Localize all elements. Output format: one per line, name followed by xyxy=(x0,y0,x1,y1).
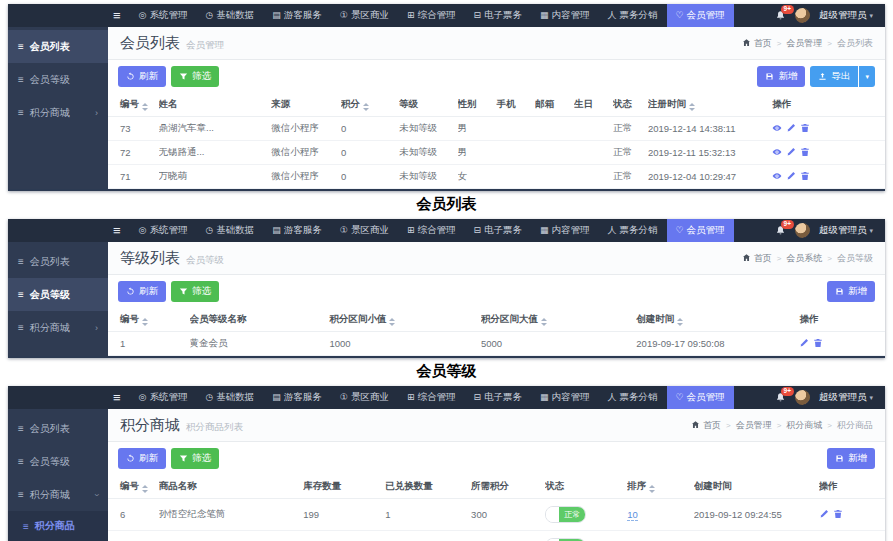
breadcrumb-item[interactable]: 会员管理 xyxy=(786,37,822,50)
export-dropdown-button[interactable]: ▾ xyxy=(859,66,875,87)
avatar[interactable] xyxy=(795,223,810,238)
sort-order-link[interactable]: 10 xyxy=(627,509,638,521)
nav-item-comprehensive[interactable]: ⊞综合管理 xyxy=(398,219,465,242)
sidebar-item-points-mall[interactable]: ≡积分商城› xyxy=(8,311,108,344)
nav-item-scenic-business[interactable]: ①景区商业 xyxy=(331,219,398,242)
nav-item-base-data[interactable]: ◷基础数据 xyxy=(196,4,263,27)
nav-item-base-data[interactable]: ◷基础数据 xyxy=(196,386,263,409)
breadcrumb: 首页>会员管理>积分商城>积分商品 xyxy=(691,419,873,432)
refresh-button[interactable]: 刷新 xyxy=(118,281,166,302)
nav-item-system[interactable]: ◎系统管理 xyxy=(130,219,197,242)
column-header[interactable]: 注册时间 xyxy=(648,93,772,117)
sidebar-item-member-level[interactable]: ≡会员等级 xyxy=(8,278,108,311)
breadcrumb-item[interactable]: 会员管理 xyxy=(736,419,772,432)
column-header[interactable]: 编号 xyxy=(108,475,159,499)
nav-item-visitor-service[interactable]: ▤游客服务 xyxy=(263,219,331,242)
sidebar-item-member-list[interactable]: ≡会员列表 xyxy=(8,412,108,445)
refresh-button[interactable]: 刷新 xyxy=(118,448,166,469)
nav-item-scenic-business[interactable]: ①景区商业 xyxy=(331,386,398,409)
sidebar-item-member-list[interactable]: ≡会员列表 xyxy=(8,245,108,278)
breadcrumb-item[interactable]: 会员系统 xyxy=(786,252,822,265)
user-menu[interactable]: 超级管理员▾ xyxy=(819,9,873,22)
delete-icon[interactable] xyxy=(800,171,810,181)
notifications-button[interactable]: 9+ xyxy=(775,10,786,21)
sidebar-item-member-level[interactable]: ≡会员等级 xyxy=(8,63,108,96)
nav-item-scenic-business[interactable]: ①景区商业 xyxy=(331,4,398,27)
breadcrumb-item[interactable]: 积分商城 xyxy=(786,419,822,432)
column-header[interactable]: 排序 xyxy=(627,475,693,499)
delete-icon[interactable] xyxy=(813,338,823,348)
nav-item-e-ticket[interactable]: ⊟电子票务 xyxy=(464,386,531,409)
edit-icon[interactable] xyxy=(786,171,796,181)
add-button[interactable]: 新增 xyxy=(757,66,805,87)
delete-icon[interactable] xyxy=(800,123,810,133)
hamburger-icon[interactable]: ≡ xyxy=(104,4,130,27)
avatar[interactable] xyxy=(795,390,810,405)
breadcrumb: 首页>会员系统>会员等级 xyxy=(742,252,873,265)
nav-item-content[interactable]: ▦内容管理 xyxy=(531,219,599,242)
nav-item-member[interactable]: ♡会员管理 xyxy=(667,386,734,409)
nav-item-member[interactable]: ♡会员管理 xyxy=(667,219,734,242)
nav-item-visitor-service[interactable]: ▤游客服务 xyxy=(263,386,331,409)
edit-icon[interactable] xyxy=(799,338,809,348)
edit-icon[interactable] xyxy=(819,509,829,519)
column-header: 操作 xyxy=(772,93,885,117)
nav-item-base-data[interactable]: ◷基础数据 xyxy=(196,219,263,242)
edit-icon[interactable] xyxy=(786,123,796,133)
sidebar-item-points-mall[interactable]: ≡积分商城› xyxy=(8,96,108,129)
button-label: 筛选 xyxy=(192,452,211,465)
add-button[interactable]: 新增 xyxy=(827,448,875,469)
column-header[interactable]: 编号 xyxy=(108,93,159,117)
nav-item-e-ticket[interactable]: ⊟电子票务 xyxy=(464,219,531,242)
nav-item-system[interactable]: ◎系统管理 xyxy=(130,4,197,27)
delete-icon[interactable] xyxy=(833,509,843,519)
nav-right: 9+ 超级管理员▾ xyxy=(775,390,885,405)
user-menu[interactable]: 超级管理员▾ xyxy=(819,224,873,237)
column-header[interactable]: 积分区间小值 xyxy=(329,308,481,332)
breadcrumb-item[interactable]: 首页 xyxy=(742,252,772,265)
nav-item-ticket-distribution[interactable]: 人票务分销 xyxy=(599,219,667,242)
nav-item-content[interactable]: ▦内容管理 xyxy=(531,386,599,409)
view-icon[interactable] xyxy=(772,123,782,133)
column-header[interactable]: 积分区间大值 xyxy=(481,308,636,332)
nav-item-e-ticket[interactable]: ⊟电子票务 xyxy=(464,4,531,27)
nav-item-visitor-service[interactable]: ▤游客服务 xyxy=(263,4,331,27)
hamburger-icon[interactable]: ≡ xyxy=(104,219,130,242)
sidebar-item-member-level[interactable]: ≡会员等级 xyxy=(8,445,108,478)
nav-item-ticket-distribution[interactable]: 人票务分销 xyxy=(599,386,667,409)
refresh-button[interactable]: 刷新 xyxy=(118,66,166,87)
sidebar-item-points-mall[interactable]: ≡积分商城› xyxy=(8,478,108,511)
view-icon[interactable] xyxy=(772,171,782,181)
menu-bars-icon: ≡ xyxy=(18,456,24,467)
notifications-button[interactable]: 9+ xyxy=(775,392,786,403)
column-header[interactable]: 编号 xyxy=(108,308,190,332)
status-toggle[interactable]: 正常 xyxy=(545,506,586,523)
sidebar-subitem-points-goods[interactable]: ≡积分商品 xyxy=(8,511,108,541)
sidebar-item-member-list[interactable]: ≡会员列表 xyxy=(8,30,108,63)
user-menu[interactable]: 超级管理员▾ xyxy=(819,391,873,404)
clock-icon: ◷ xyxy=(205,226,213,235)
column-header[interactable]: 积分 xyxy=(341,93,399,117)
edit-icon[interactable] xyxy=(786,147,796,157)
sidebar: ≡会员列表 ≡会员等级 ≡积分商城› ≡积分商品 xyxy=(8,409,108,541)
avatar[interactable] xyxy=(795,8,810,23)
export-button[interactable]: 导出 xyxy=(810,66,858,87)
funnel-icon xyxy=(179,72,188,81)
filter-button[interactable]: 筛选 xyxy=(171,66,219,87)
add-button[interactable]: 新增 xyxy=(827,281,875,302)
view-icon[interactable] xyxy=(772,147,782,157)
notifications-button[interactable]: 9+ xyxy=(775,225,786,236)
column-header[interactable]: 创建时间 xyxy=(636,308,799,332)
breadcrumb-item[interactable]: 首页 xyxy=(742,37,772,50)
hamburger-icon[interactable]: ≡ xyxy=(104,386,130,409)
filter-button[interactable]: 筛选 xyxy=(171,281,219,302)
nav-item-system[interactable]: ◎系统管理 xyxy=(130,386,197,409)
delete-icon[interactable] xyxy=(800,147,810,157)
filter-button[interactable]: 筛选 xyxy=(171,448,219,469)
nav-item-comprehensive[interactable]: ⊞综合管理 xyxy=(398,386,465,409)
breadcrumb-item[interactable]: 首页 xyxy=(691,419,721,432)
nav-item-ticket-distribution[interactable]: 人票务分销 xyxy=(599,4,667,27)
nav-item-content[interactable]: ▦内容管理 xyxy=(531,4,599,27)
nav-item-member[interactable]: ♡会员管理 xyxy=(667,4,734,27)
nav-item-comprehensive[interactable]: ⊞综合管理 xyxy=(398,4,465,27)
